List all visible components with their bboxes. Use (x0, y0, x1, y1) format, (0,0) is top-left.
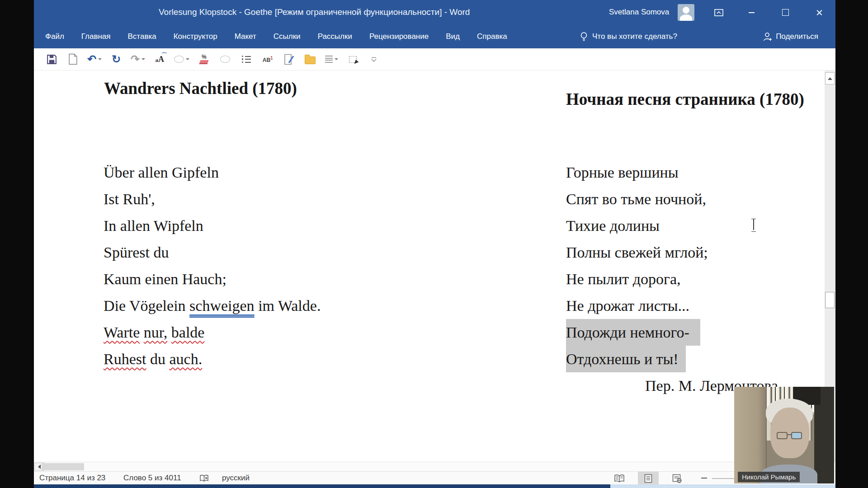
text-cursor (751, 219, 756, 232)
russian-poem: Горные вершины Спят во тьме ночной, Тихи… (566, 159, 778, 399)
window-title: Vorlesung Klopstock - Goethe [Режим огра… (159, 7, 470, 17)
minimize-icon (749, 12, 755, 13)
new-document-button[interactable] (66, 52, 80, 67)
word-count[interactable]: Слово 5 из 4011 (123, 474, 181, 483)
save-button[interactable] (45, 52, 58, 67)
edit-document-icon (284, 54, 294, 65)
oval-shape-icon (174, 56, 184, 63)
tab-design[interactable]: Конструктор (165, 25, 226, 48)
ribbon-display-options-button[interactable] (708, 0, 729, 25)
web-layout-button[interactable] (667, 472, 688, 485)
tell-me-box[interactable]: Что вы хотите сделать? (580, 25, 677, 48)
tab-insert[interactable]: Вставка (119, 25, 165, 48)
maximize-button[interactable] (775, 0, 796, 25)
poem-line: Ist Ruh', (104, 186, 321, 212)
customize-toolbar-button[interactable] (367, 52, 381, 67)
bullet-list-button[interactable] (240, 52, 253, 67)
video-background-panel (734, 387, 767, 483)
insert-footnote-icon: AB1 (263, 56, 273, 63)
bullet-list-icon (242, 56, 251, 63)
spellcheck-underlined-word: Ruhest (104, 351, 146, 367)
maximize-icon (782, 9, 789, 16)
open-folder-button[interactable] (303, 52, 317, 67)
ribbon-display-options-icon (714, 9, 723, 16)
glasses-left-lens (777, 432, 788, 439)
spellcheck-underlined-word: balde (171, 324, 205, 341)
poem-line: Горные вершины (566, 159, 778, 186)
change-case-icon: aA ⌒ (155, 55, 164, 64)
paragraph-lines-button[interactable] (325, 52, 338, 67)
minimize-button[interactable] (741, 0, 762, 25)
undo-icon: ↶ (87, 54, 96, 65)
bottom-edge-strip (34, 484, 610, 488)
russian-poem-title: Ночная песня странника (1780) (566, 89, 804, 109)
german-poem-title: Wandrers Nachtlied (1780) (104, 79, 297, 98)
zoom-out-button[interactable] (701, 478, 707, 479)
tab-help[interactable]: Справка (468, 25, 516, 48)
tab-file[interactable]: Файл (37, 25, 73, 48)
poem-line-selected: Отдохнешь и ты! (566, 346, 778, 372)
oval-shape-button-2[interactable] (218, 52, 232, 67)
oval-dropdown-caret[interactable] (186, 58, 189, 60)
poem-line: Тихие долины (566, 212, 778, 239)
share-button[interactable]: Поделиться (762, 25, 818, 48)
selected-text: Отдохнешь и ты! (566, 346, 686, 372)
redo-dropdown-caret[interactable] (142, 58, 145, 60)
scroll-up-button[interactable] (825, 72, 835, 84)
spellcheck-underlined-word: auch. (169, 351, 202, 367)
page-indicator[interactable]: Страница 14 из 23 (39, 474, 105, 483)
tab-layout[interactable]: Макет (226, 25, 265, 48)
spellcheck-underlined-word: nur, (144, 324, 167, 341)
redo-icon: ↷ (131, 54, 140, 65)
poem-line: Спят во тьме ночной, (566, 186, 778, 212)
change-case-button[interactable]: aA ⌒ (153, 52, 166, 67)
oval-shape-icon (220, 56, 230, 63)
ribbon-tab-bar: Файл Главная Вставка Конструктор Макет С… (34, 25, 835, 48)
poem-line: Warte nur, balde (104, 319, 321, 346)
undo-dropdown-caret[interactable] (98, 58, 102, 60)
web-layout-icon (672, 474, 682, 483)
oval-shape-button[interactable] (174, 52, 189, 67)
bottom-edge-strip-light (610, 484, 835, 488)
tab-view[interactable]: Вид (437, 25, 468, 48)
undo-button[interactable]: ↶ (87, 52, 102, 67)
close-button[interactable] (809, 0, 830, 25)
account-name[interactable]: Svetlana Somova (609, 8, 669, 17)
document-page[interactable]: Wandrers Nachtlied (1780) Ночная песня с… (34, 70, 835, 462)
scroll-up-icon (828, 77, 832, 80)
proofing-errors-icon[interactable] (199, 474, 209, 483)
scroll-left-icon (38, 465, 41, 469)
read-mode-button[interactable] (609, 472, 630, 485)
repeat-button[interactable]: ↻ (109, 52, 123, 67)
highlight-eraser-button[interactable]: % (197, 52, 211, 67)
print-layout-button[interactable] (638, 472, 659, 485)
glasses-right-lens (791, 432, 802, 439)
print-layout-icon (644, 474, 652, 483)
tab-references[interactable]: Ссылки (265, 25, 309, 48)
language-indicator[interactable]: русский (222, 474, 250, 483)
poem-line: Не пылит дорога, (566, 266, 778, 292)
webcam-video-tile[interactable]: Николай Рымарь (734, 387, 834, 483)
word-window: Vorlesung Klopstock - Goethe [Режим огра… (34, 0, 835, 488)
account-avatar[interactable] (678, 4, 694, 21)
tab-home[interactable]: Главная (73, 25, 119, 48)
horizontal-scroll-thumb[interactable] (42, 463, 84, 470)
poem-line: Kaum einen Hauch; (104, 266, 321, 292)
redo-button[interactable]: ↷ (131, 52, 145, 67)
paragraph-lines-icon (325, 56, 333, 63)
open-folder-icon (305, 56, 316, 64)
select-objects-button[interactable] (346, 52, 359, 67)
tab-review[interactable]: Рецензирование (361, 25, 437, 48)
save-icon (46, 54, 57, 65)
spellcheck-underlined-word: Warte (104, 324, 140, 341)
selected-text: Подожди немного- (566, 319, 700, 346)
tab-mailings[interactable]: Рассылки (309, 25, 361, 48)
poem-line: Полны свежей мглой; (566, 239, 778, 266)
vertical-scroll-thumb[interactable] (825, 292, 835, 308)
paragraph-dropdown-caret[interactable] (335, 58, 338, 60)
poem-line: Не дрожат листы... (566, 292, 778, 319)
edit-document-button[interactable] (282, 52, 296, 67)
repeat-icon: ↻ (112, 54, 121, 65)
insert-footnote-button[interactable]: AB1 (261, 52, 274, 67)
horizontal-scrollbar[interactable] (34, 462, 835, 471)
